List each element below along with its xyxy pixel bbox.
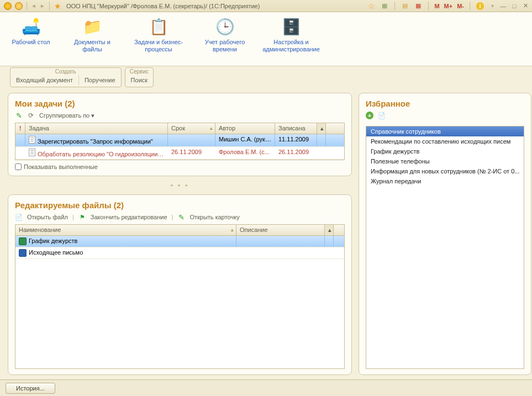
panel-separator[interactable]: ● ● ●: [8, 182, 352, 189]
calendar-icon[interactable]: ▦: [414, 2, 423, 10]
files-title: Редактируемые файлы (2): [15, 200, 345, 210]
sort-icon: ▴: [231, 227, 234, 233]
ribbon-admin[interactable]: 🗄️ Настройка и администрирование: [266, 15, 316, 66]
excel-icon: [19, 237, 27, 245]
refresh-icon[interactable]: ⟳: [27, 112, 35, 119]
tasks-grid: ! Задача Срок▴ Автор Записана ▴ Зарегист…: [15, 123, 345, 160]
edit-icon[interactable]: ✎: [15, 112, 23, 119]
sort-icon: ▴: [210, 125, 213, 131]
table-row[interactable]: Исходящее письмо: [15, 247, 344, 259]
window-title: ООО НПЦ "Меркурий" /Фролова Е.М. (секрет…: [66, 3, 260, 9]
table-row[interactable]: Обработать резолюцию "О гидроизоляции ст…: [15, 147, 344, 160]
col-written[interactable]: Записана: [275, 123, 317, 134]
statusbar: История...: [0, 379, 532, 396]
info-icon[interactable]: i: [476, 2, 484, 10]
doc-icon[interactable]: 📄: [378, 112, 386, 119]
task-icon: [29, 136, 35, 144]
search-button[interactable]: Поиск: [125, 75, 153, 85]
ribbon: 🛋️ Рабочий стол 📁 Документы и файлы 📋 За…: [0, 12, 532, 66]
files-grid: Наименование▴ Описание ▴ График дежурств…: [15, 224, 345, 369]
favorites-panel: Избранное + 📄 Справочник сотрудниковРеко…: [359, 93, 531, 375]
content: Мои задачи (2) ✎ ⟳ Сгруппировать по ▾ ! …: [0, 88, 532, 379]
history-button[interactable]: История...: [6, 383, 55, 394]
favorite-item[interactable]: График дежурств: [366, 146, 524, 156]
finish-edit-button[interactable]: Закончить редактирование: [91, 214, 167, 220]
info-dropdown-icon[interactable]: ▾: [488, 2, 497, 10]
favorite-item[interactable]: Справочник сотрудников: [366, 126, 524, 136]
nav-back-icon[interactable]: ◄: [29, 2, 38, 10]
files-panel: Редактируемые файлы (2) 📄 Открыть файл |…: [8, 194, 352, 375]
col-scroll: ▴: [325, 225, 334, 235]
toolbar: Создать Входящий документ Поручение Серв…: [0, 66, 532, 88]
word-icon: [19, 249, 27, 257]
file-icon: 📄: [15, 213, 23, 221]
favorite-item[interactable]: Рекомендации по составлению исходящих пи…: [366, 136, 524, 146]
tasks-header: ! Задача Срок▴ Автор Записана ▴: [15, 123, 344, 134]
col-name[interactable]: Наименование▴: [15, 225, 236, 235]
folder-icon: 📁: [81, 15, 103, 38]
database-icon: 🗄️: [280, 15, 302, 38]
memory-mplus-button[interactable]: M+: [443, 3, 454, 9]
toolgroup-service: Сервис Поиск: [125, 67, 154, 87]
clock-icon: 🕒: [214, 15, 236, 38]
tasks-panel: Мои задачи (2) ✎ ⟳ Сгруппировать по ▾ ! …: [8, 93, 352, 176]
clipboard-icon[interactable]: ▦: [380, 2, 389, 10]
favorite-item[interactable]: Информация для новых сотрудников (№ 2-ИС…: [366, 166, 524, 176]
files-header: Наименование▴ Описание ▴: [15, 225, 344, 236]
dropdown-icon[interactable]: [14, 2, 23, 10]
table-row[interactable]: Зарегистрировать "Запрос информации"Миши…: [15, 134, 344, 147]
memory-m-button[interactable]: M: [433, 3, 440, 9]
task-icon: [29, 149, 35, 156]
ribbon-desktop[interactable]: 🛋️ Рабочий стол: [11, 15, 51, 66]
table-row[interactable]: График дежурств: [15, 236, 344, 247]
create-order-button[interactable]: Поручение: [79, 75, 121, 85]
ribbon-documents[interactable]: 📁 Документы и файлы: [67, 15, 117, 66]
card-icon: ✎: [177, 213, 185, 221]
col-scroll: ▴: [317, 123, 326, 134]
favorite-item[interactable]: Полезные телефоны: [366, 156, 524, 166]
ribbon-time[interactable]: 🕒 Учет рабочего времени: [200, 15, 250, 66]
col-due[interactable]: Срок▴: [168, 123, 215, 134]
show-completed-input[interactable]: [15, 163, 22, 170]
app-icon: [3, 2, 12, 10]
finish-icon: ⚑: [78, 213, 86, 221]
open-card-button[interactable]: Открыть карточку: [189, 214, 239, 220]
memory-mminus-button[interactable]: M-: [456, 3, 465, 9]
ribbon-tasks[interactable]: 📋 Задачи и бизнес-процессы: [134, 15, 183, 66]
fav-star-icon[interactable]: ☆: [367, 2, 376, 10]
favorites-title: Избранное: [366, 99, 524, 108]
titlebar: ◄ ► ★ ООО НПЦ "Меркурий" /Фролова Е.М. (…: [0, 0, 532, 12]
toolgroup-create: Создать Входящий документ Поручение: [10, 67, 122, 87]
minimize-button[interactable]: —: [499, 2, 508, 10]
create-incoming-button[interactable]: Входящий документ: [10, 75, 79, 85]
star-icon[interactable]: ★: [53, 2, 62, 10]
show-completed-checkbox[interactable]: Показывать выполненные: [15, 163, 345, 170]
col-desc[interactable]: Описание: [236, 225, 325, 235]
favorite-item[interactable]: Журнал передачи: [366, 176, 524, 186]
checklist-icon: 📋: [148, 15, 170, 38]
favorites-list: Справочник сотрудниковРекомендации по со…: [366, 126, 524, 369]
calc-icon[interactable]: ▤: [401, 2, 409, 10]
col-task[interactable]: Задача: [25, 123, 168, 134]
tasks-title: Мои задачи (2): [15, 99, 345, 108]
col-author[interactable]: Автор: [215, 123, 275, 134]
maximize-button[interactable]: □: [510, 2, 519, 10]
group-by-dropdown[interactable]: Сгруппировать по ▾: [39, 112, 94, 119]
open-file-button[interactable]: Открыть файл: [27, 214, 68, 220]
col-exclaim[interactable]: !: [15, 123, 25, 134]
desk-lamp-icon: 🛋️: [20, 15, 42, 38]
add-favorite-icon[interactable]: +: [366, 112, 373, 119]
close-button[interactable]: ✕: [521, 2, 530, 10]
nav-fwd-icon[interactable]: ►: [38, 2, 47, 10]
